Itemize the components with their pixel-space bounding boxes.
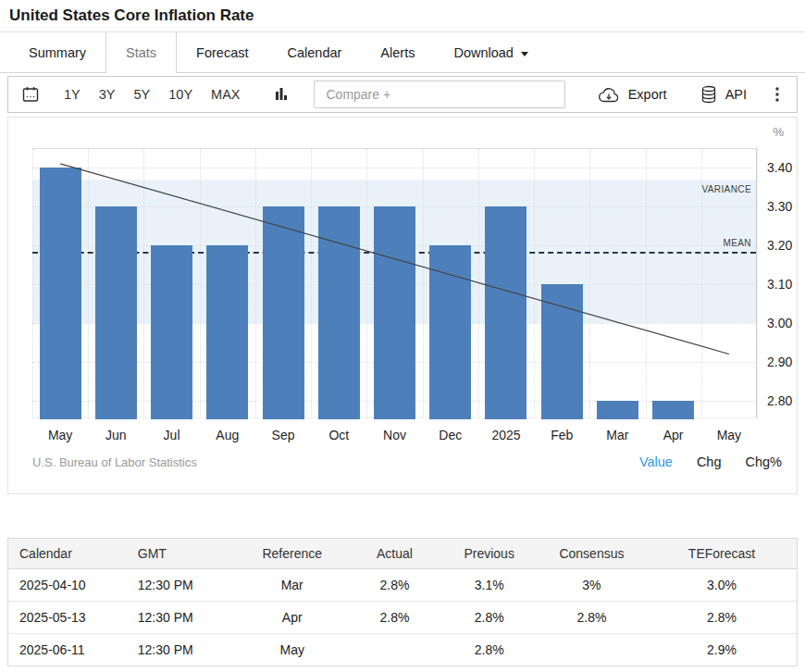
tab-label: Forecast [196, 45, 248, 60]
x-axis-label-aug: Aug [216, 428, 239, 442]
cell-actual: 2.8% [347, 569, 441, 602]
cell-calendar: 2025-06-11 [8, 634, 127, 666]
x-axis-label-apr: Apr [663, 428, 684, 442]
x-axis-label-mar: Mar [606, 428, 628, 442]
cell-previous: 2.8% [442, 634, 537, 666]
y-axis-unit-label: % [773, 125, 784, 139]
y-tick-label: 3.40 [767, 160, 792, 175]
cell-consensus: 2.8% [537, 602, 647, 634]
cell-teforecast: 2.8% [647, 602, 797, 634]
x-axis-label-2025: 2025 [491, 428, 520, 442]
cell-reference: Mar [237, 569, 347, 602]
tab-summary[interactable]: Summary [9, 32, 105, 73]
cell-gmt: 12:30 PM [127, 602, 237, 634]
tab-label: Calendar [288, 45, 342, 60]
trend-line [32, 149, 757, 419]
chart-source-attribution: U.S. Bureau of Labor Statistics [32, 455, 197, 469]
calendar-table: CalendarGMTReferenceActualPreviousConsen… [8, 539, 797, 666]
x-axis-label-jun: Jun [105, 428, 127, 442]
tab-bar: SummaryStatsForecastCalendarAlertsDownlo… [0, 32, 805, 73]
tab-download[interactable]: Download [434, 32, 548, 73]
x-axis-label-nov: Nov [383, 428, 406, 442]
tab-calendar[interactable]: Calendar [268, 32, 362, 73]
mode-chgpct[interactable]: Chg% [746, 454, 783, 469]
cell-teforecast: 3.0% [647, 569, 797, 602]
table-row[interactable]: 2025-05-1312:30 PMApr2.8%2.8%2.8%2.8% [8, 602, 797, 634]
table-body: 2025-04-1012:30 PMMar2.8%3.1%3%3.0%2025-… [8, 569, 797, 666]
bar-chart-icon [273, 86, 290, 103]
mean-label: MEAN [724, 238, 752, 248]
chart-toolbar: 1Y3Y5Y10YMAX Export API [7, 76, 798, 113]
calendar-table-card: CalendarGMTReferenceActualPreviousConsen… [7, 538, 798, 666]
y-tick-label: 2.90 [767, 355, 792, 369]
column-header-consensus: Consensus [537, 539, 647, 569]
export-label: Export [628, 87, 667, 102]
x-axis-label-dec: Dec [439, 428, 462, 442]
cell-consensus: 3% [537, 569, 647, 602]
y-tick-label: 3.10 [767, 277, 792, 292]
page-title: United States Core Inflation Rate [9, 6, 796, 25]
cloud-download-icon [598, 86, 620, 103]
table-row[interactable]: 2025-04-1012:30 PMMar2.8%3.1%3%3.0% [8, 569, 797, 602]
tab-stats[interactable]: Stats [105, 32, 177, 73]
cell-calendar: 2025-04-10 [8, 569, 127, 602]
cell-previous: 2.8% [442, 602, 537, 634]
column-header-teforecast: TEForecast [647, 539, 797, 569]
chart-card: % 3.403.303.203.103.002.902.80VARIANCEME… [7, 117, 798, 494]
y-tick-label: 3.30 [767, 199, 792, 214]
database-icon [700, 85, 717, 104]
cell-gmt: 12:30 PM [127, 569, 237, 602]
series-mode-switcher: ValueChgChg% [639, 454, 782, 469]
x-axis-label-may: May [717, 428, 741, 442]
cell-gmt: 12:30 PM [127, 634, 237, 666]
cell-reference: May [237, 634, 347, 666]
api-label: API [725, 87, 747, 102]
cell-actual: 2.8% [347, 602, 441, 634]
v-gridline [757, 149, 758, 417]
y-tick-label: 3.00 [767, 316, 792, 330]
table-header-row: CalendarGMTReferenceActualPreviousConsen… [8, 539, 797, 569]
tab-label: Summary [29, 45, 86, 60]
cell-reference: Apr [237, 602, 347, 634]
mode-chg[interactable]: Chg [697, 454, 722, 469]
column-header-calendar: Calendar [8, 539, 127, 569]
tab-forecast[interactable]: Forecast [177, 32, 267, 73]
x-axis-label-sep: Sep [272, 428, 295, 442]
cell-teforecast: 2.9% [647, 634, 797, 666]
chart-plot-area[interactable]: 3.403.303.203.103.002.902.80VARIANCEMEAN… [32, 148, 757, 418]
y-tick-label: 3.20 [767, 238, 792, 253]
range-button-10y[interactable]: 10Y [165, 85, 196, 104]
column-header-previous: Previous [442, 539, 537, 569]
tab-label: Stats [126, 45, 156, 60]
table-row[interactable]: 2025-06-1112:30 PMMay2.8%2.9% [8, 634, 797, 666]
x-axis-label-may: May [48, 428, 72, 442]
range-button-max[interactable]: MAX [207, 85, 243, 104]
cell-previous: 3.1% [442, 569, 537, 602]
export-button[interactable]: Export [598, 86, 667, 103]
y-tick-label: 2.80 [767, 393, 792, 408]
x-axis-label-oct: Oct [328, 428, 349, 442]
tab-alerts[interactable]: Alerts [361, 32, 434, 73]
api-button[interactable]: API [700, 85, 747, 104]
column-header-actual: Actual [347, 539, 441, 569]
x-axis-label-feb: Feb [551, 428, 573, 442]
page-header: United States Core Inflation Rate [0, 0, 805, 32]
range-button-1y[interactable]: 1Y [60, 85, 84, 104]
chart-footer: U.S. Bureau of Labor Statistics ValueChg… [32, 454, 782, 469]
tab-label: Download [453, 45, 514, 60]
date-range-calendar-button[interactable] [21, 85, 40, 104]
compare-input[interactable] [314, 81, 565, 108]
column-header-reference: Reference [237, 539, 347, 569]
kebab-menu-icon [774, 85, 780, 104]
range-selector: 1Y3Y5Y10YMAX [60, 85, 243, 104]
more-options-button[interactable] [774, 85, 780, 104]
cell-consensus [537, 634, 647, 666]
range-button-3y[interactable]: 3Y [95, 85, 119, 104]
mode-value[interactable]: Value [639, 454, 673, 469]
caret-down-icon [521, 52, 528, 56]
tab-label: Alerts [380, 45, 415, 60]
variance-label: VARIANCE [701, 184, 751, 194]
chart-type-button[interactable] [273, 86, 290, 103]
range-button-5y[interactable]: 5Y [130, 85, 155, 104]
cell-calendar: 2025-05-13 [8, 602, 127, 634]
